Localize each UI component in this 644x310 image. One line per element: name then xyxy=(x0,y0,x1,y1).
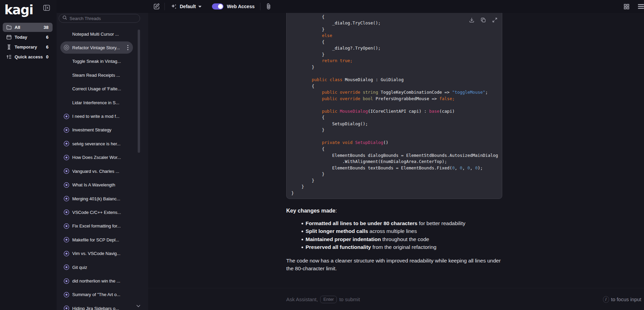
thread-item[interactable]: I need to write a mod f... xyxy=(60,110,133,123)
hourglass-icon xyxy=(6,44,12,50)
code-content: if (_dialog.IsOpened()) { _dialog.TryClo… xyxy=(287,13,502,196)
assistant-message: if (_dialog.IsOpened()) { _dialog.TryClo… xyxy=(286,13,502,310)
sidebar-item-all[interactable]: All38 xyxy=(3,23,53,32)
scroll-down-icon[interactable] xyxy=(136,304,141,308)
sidebar-item-temporary[interactable]: Temporary6 xyxy=(3,42,53,52)
apps-grid-button[interactable] xyxy=(623,0,630,13)
toggle-switch[interactable] xyxy=(212,3,223,10)
thread-title: Notepad Multi Cursor ... xyxy=(72,32,130,37)
chevron-down-icon xyxy=(198,5,202,8)
thread-item[interactable]: Lidar Interference in S... xyxy=(60,96,133,109)
thread-item[interactable]: Toggle Sneak in Vintag... xyxy=(60,55,133,68)
thread-title: Summary of "The Art o... xyxy=(72,292,130,297)
bullet-item: Preserved all functionality from the ori… xyxy=(286,243,502,251)
thread-item[interactable]: Git quiz xyxy=(60,261,133,273)
count-badge: 0 xyxy=(46,54,48,59)
search-icon xyxy=(62,15,67,21)
thread-title: did northerlion win the ... xyxy=(72,278,130,284)
thread-title: Correct Usage of 'Falte... xyxy=(72,86,130,91)
kagi-logo[interactable]: kagi xyxy=(4,3,33,17)
compose-icon xyxy=(153,3,160,10)
thread-item[interactable]: VSCode C/C++ Extens... xyxy=(60,206,133,218)
thread-item[interactable]: Notepad Multi Cursor ... xyxy=(60,28,133,40)
top-bar: Default Web Access xyxy=(57,0,644,13)
thread-title: Toggle Sneak in Vintag... xyxy=(72,59,130,64)
star-outline-icon xyxy=(63,44,70,51)
closing-paragraph: The code now has a cleaner structure wit… xyxy=(286,257,502,273)
primary-sidebar: kagi All38Today6Temporary6Quick access0 xyxy=(0,0,57,310)
composer-input[interactable]: Ask Assistant, Enter to submit xyxy=(286,288,360,310)
sidebar-item-today[interactable]: Today6 xyxy=(3,33,53,42)
enter-key-badge: Enter xyxy=(320,296,337,303)
thread-item[interactable]: Steam Read Receipts ... xyxy=(60,69,133,81)
star-icon xyxy=(63,305,70,310)
sidebar-item-label: Temporary xyxy=(15,44,46,50)
web-access-toggle[interactable]: Web Access xyxy=(212,0,255,13)
expand-button[interactable] xyxy=(492,17,498,23)
copy-button[interactable] xyxy=(480,17,486,23)
calendar-icon xyxy=(6,34,12,40)
search-threads-input[interactable] xyxy=(70,16,136,21)
web-access-label: Web Access xyxy=(227,4,255,9)
scrollbar-thumb[interactable] xyxy=(138,30,140,153)
search-threads-box[interactable] xyxy=(59,14,140,23)
model-selector[interactable]: Default xyxy=(171,0,202,13)
thread-item[interactable]: Hiding Jira Sidebars o... xyxy=(60,302,133,310)
download-icon xyxy=(469,17,475,23)
collapse-sidebar-button[interactable] xyxy=(43,4,51,11)
star-icon xyxy=(63,196,70,202)
focus-input-hint: / to focus input xyxy=(603,288,641,310)
thread-title: What Is A Wavelength xyxy=(72,182,130,187)
attachment-button[interactable] xyxy=(266,0,272,13)
thread-title: Fix Excel formatting for... xyxy=(72,223,130,229)
thread-item[interactable]: Refactor Vintage Story... xyxy=(60,41,133,54)
expand-icon xyxy=(492,17,498,23)
thread-item[interactable]: Investment Strategy xyxy=(60,124,133,136)
thread-item[interactable]: did northerlion win the ... xyxy=(60,275,133,287)
thread-item[interactable]: Merging 401(k) Balanc... xyxy=(60,193,133,205)
star-icon xyxy=(63,292,70,298)
thread-item[interactable]: What Is A Wavelength xyxy=(60,179,133,191)
focus-hint-text: to focus input xyxy=(611,296,641,302)
thread-menu-icon[interactable] xyxy=(125,45,130,50)
no-icon xyxy=(63,31,70,37)
no-icon xyxy=(63,58,70,65)
slash-key-badge: / xyxy=(603,296,609,303)
thread-title: VSCode C/C++ Extens... xyxy=(72,210,130,215)
thread-title: Makefile for SCP Depl... xyxy=(72,237,130,242)
new-thread-button[interactable] xyxy=(153,0,160,13)
thread-item[interactable]: Correct Usage of 'Falte... xyxy=(60,83,133,95)
sidebar-item-quick-access[interactable]: Quick access0 xyxy=(3,52,53,61)
quick-access-icon xyxy=(6,54,12,60)
star-icon xyxy=(63,168,70,174)
model-selector-label: Default xyxy=(180,4,196,9)
sidebar-item-label: Today xyxy=(15,35,46,40)
menu-button[interactable] xyxy=(638,0,644,13)
thread-item[interactable]: How Does Zscaler Wor... xyxy=(60,151,133,164)
thread-item[interactable]: Fix Excel formatting for... xyxy=(60,220,133,232)
chat-main: if (_dialog.IsOpened()) { _dialog.TryClo… xyxy=(148,13,644,310)
download-button[interactable] xyxy=(469,17,475,23)
star-icon xyxy=(63,237,70,243)
code-actions xyxy=(469,17,498,23)
thread-title: Refactor Vintage Story... xyxy=(72,45,125,50)
star-icon xyxy=(63,154,70,161)
star-icon xyxy=(63,278,70,284)
star-icon xyxy=(63,113,70,120)
star-icon xyxy=(63,223,70,229)
thread-title: Vim vs. VSCode Navig... xyxy=(72,251,130,256)
thread-title: Git quiz xyxy=(72,265,130,270)
thread-item[interactable]: Makefile for SCP Depl... xyxy=(60,234,133,246)
sidebar-item-label: All xyxy=(15,25,44,30)
copy-icon xyxy=(480,17,486,23)
toolbar-divider xyxy=(260,3,260,10)
thread-item[interactable]: Summary of "The Art o... xyxy=(60,289,133,301)
count-badge: 38 xyxy=(44,25,48,30)
thread-title: selvig severance is her... xyxy=(72,141,130,146)
bullet-item: Split longer method calls across multipl… xyxy=(286,227,502,235)
thread-item[interactable]: Vim vs. VSCode Navig... xyxy=(60,248,133,260)
bullet-item: Maintained proper indentation throughout… xyxy=(286,235,502,243)
thread-item[interactable]: Vanguard vs. Charles ... xyxy=(60,165,133,177)
thread-title: I need to write a mod f... xyxy=(72,114,130,119)
thread-item[interactable]: selvig severance is her... xyxy=(60,138,133,150)
